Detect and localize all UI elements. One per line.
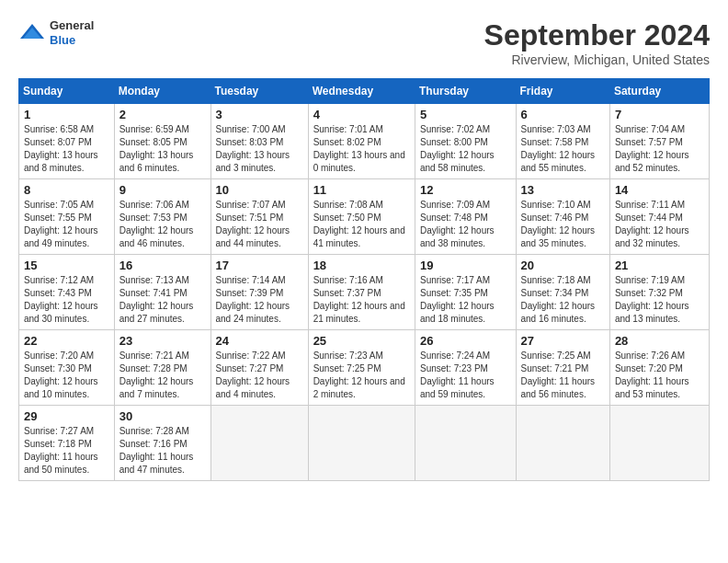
day-info: Sunrise: 6:59 AMSunset: 8:05 PMDaylight:… <box>119 123 206 175</box>
day-number: 14 <box>615 183 704 197</box>
day-info: Sunrise: 7:02 AMSunset: 8:00 PMDaylight:… <box>420 123 511 175</box>
day-number: 6 <box>521 108 605 121</box>
day-info: Sunrise: 7:19 AMSunset: 7:32 PMDaylight:… <box>615 274 704 326</box>
day-number: 9 <box>119 183 206 197</box>
calendar-cell: 17Sunrise: 7:14 AMSunset: 7:39 PMDayligh… <box>210 255 308 330</box>
logo-line2: Blue <box>50 33 94 48</box>
day-number: 11 <box>313 183 410 197</box>
calendar-cell: 2Sunrise: 6:59 AMSunset: 8:05 PMDaylight… <box>114 104 210 179</box>
day-info: Sunrise: 7:07 AMSunset: 7:51 PMDaylight:… <box>216 199 303 250</box>
calendar-cell: 26Sunrise: 7:24 AMSunset: 7:23 PMDayligh… <box>415 330 516 406</box>
calendar-cell: 22Sunrise: 7:20 AMSunset: 7:30 PMDayligh… <box>19 330 115 406</box>
col-header-friday: Friday <box>516 79 609 104</box>
calendar-cell: 23Sunrise: 7:21 AMSunset: 7:28 PMDayligh… <box>114 330 210 406</box>
calendar-cell: 29Sunrise: 7:27 AMSunset: 7:18 PMDayligh… <box>19 406 115 481</box>
calendar-cell: 19Sunrise: 7:17 AMSunset: 7:35 PMDayligh… <box>415 255 516 330</box>
day-number: 30 <box>119 409 206 423</box>
day-number: 18 <box>313 259 410 272</box>
calendar-cell: 6Sunrise: 7:03 AMSunset: 7:58 PMDaylight… <box>516 104 609 179</box>
day-info: Sunrise: 7:27 AMSunset: 7:18 PMDaylight:… <box>24 425 109 477</box>
calendar-cell: 5Sunrise: 7:02 AMSunset: 8:00 PMDaylight… <box>415 104 516 179</box>
calendar-cell: 4Sunrise: 7:01 AMSunset: 8:02 PMDaylight… <box>308 104 415 179</box>
day-number: 8 <box>24 183 109 197</box>
day-number: 23 <box>119 334 206 348</box>
calendar-cell: 1Sunrise: 6:58 AMSunset: 8:07 PMDaylight… <box>19 104 115 179</box>
day-info: Sunrise: 7:10 AMSunset: 7:46 PMDaylight:… <box>521 199 605 250</box>
day-info: Sunrise: 7:05 AMSunset: 7:55 PMDaylight:… <box>24 199 109 250</box>
calendar-cell: 7Sunrise: 7:04 AMSunset: 7:57 PMDaylight… <box>609 104 709 179</box>
calendar-cell <box>609 406 709 481</box>
day-number: 10 <box>216 183 303 197</box>
day-info: Sunrise: 7:24 AMSunset: 7:23 PMDaylight:… <box>420 350 511 401</box>
day-info: Sunrise: 7:17 AMSunset: 7:35 PMDaylight:… <box>420 274 511 326</box>
calendar-cell: 24Sunrise: 7:22 AMSunset: 7:27 PMDayligh… <box>210 330 308 406</box>
day-info: Sunrise: 7:20 AMSunset: 7:30 PMDaylight:… <box>24 350 109 401</box>
day-number: 3 <box>216 108 303 121</box>
calendar-cell: 10Sunrise: 7:07 AMSunset: 7:51 PMDayligh… <box>210 179 308 255</box>
col-header-thursday: Thursday <box>415 79 516 104</box>
day-info: Sunrise: 7:18 AMSunset: 7:34 PMDaylight:… <box>521 274 605 326</box>
calendar-table: SundayMondayTuesdayWednesdayThursdayFrid… <box>18 78 710 481</box>
day-number: 7 <box>615 108 704 121</box>
col-header-saturday: Saturday <box>609 79 709 104</box>
day-number: 1 <box>24 108 109 121</box>
calendar-cell: 30Sunrise: 7:28 AMSunset: 7:16 PMDayligh… <box>114 406 210 481</box>
week-row-5: 29Sunrise: 7:27 AMSunset: 7:18 PMDayligh… <box>19 406 710 481</box>
calendar-cell <box>516 406 609 481</box>
calendar-cell <box>415 406 516 481</box>
day-info: Sunrise: 7:06 AMSunset: 7:53 PMDaylight:… <box>119 199 206 250</box>
col-header-wednesday: Wednesday <box>308 79 415 104</box>
day-number: 28 <box>615 334 704 348</box>
calendar-cell: 3Sunrise: 7:00 AMSunset: 8:03 PMDaylight… <box>210 104 308 179</box>
day-number: 2 <box>119 108 206 121</box>
calendar-cell: 12Sunrise: 7:09 AMSunset: 7:48 PMDayligh… <box>415 179 516 255</box>
day-number: 27 <box>521 334 605 348</box>
day-number: 22 <box>24 334 109 348</box>
day-info: Sunrise: 7:03 AMSunset: 7:58 PMDaylight:… <box>521 123 605 175</box>
day-info: Sunrise: 7:23 AMSunset: 7:25 PMDaylight:… <box>313 350 410 401</box>
day-info: Sunrise: 7:26 AMSunset: 7:20 PMDaylight:… <box>615 350 704 401</box>
calendar-cell: 13Sunrise: 7:10 AMSunset: 7:46 PMDayligh… <box>516 179 609 255</box>
calendar-cell: 25Sunrise: 7:23 AMSunset: 7:25 PMDayligh… <box>308 330 415 406</box>
day-number: 13 <box>521 183 605 197</box>
calendar-cell <box>210 406 308 481</box>
day-number: 16 <box>119 259 206 272</box>
calendar-cell: 11Sunrise: 7:08 AMSunset: 7:50 PMDayligh… <box>308 179 415 255</box>
day-number: 20 <box>521 259 605 272</box>
day-number: 25 <box>313 334 410 348</box>
logo: General Blue <box>18 18 94 47</box>
day-number: 12 <box>420 183 511 197</box>
location-subtitle: Riverview, Michigan, United States <box>484 52 710 67</box>
calendar-header-row: SundayMondayTuesdayWednesdayThursdayFrid… <box>19 79 710 104</box>
day-info: Sunrise: 7:25 AMSunset: 7:21 PMDaylight:… <box>521 350 605 401</box>
day-info: Sunrise: 6:58 AMSunset: 8:07 PMDaylight:… <box>24 123 109 175</box>
calendar-cell: 20Sunrise: 7:18 AMSunset: 7:34 PMDayligh… <box>516 255 609 330</box>
calendar-cell: 28Sunrise: 7:26 AMSunset: 7:20 PMDayligh… <box>609 330 709 406</box>
day-info: Sunrise: 7:11 AMSunset: 7:44 PMDaylight:… <box>615 199 704 250</box>
day-info: Sunrise: 7:13 AMSunset: 7:41 PMDaylight:… <box>119 274 206 326</box>
week-row-3: 15Sunrise: 7:12 AMSunset: 7:43 PMDayligh… <box>19 255 710 330</box>
calendar-cell: 9Sunrise: 7:06 AMSunset: 7:53 PMDaylight… <box>114 179 210 255</box>
calendar-cell: 27Sunrise: 7:25 AMSunset: 7:21 PMDayligh… <box>516 330 609 406</box>
day-number: 4 <box>313 108 410 121</box>
day-number: 5 <box>420 108 511 121</box>
title-section: September 2024 Riverview, Michigan, Unit… <box>484 18 710 67</box>
calendar-cell: 16Sunrise: 7:13 AMSunset: 7:41 PMDayligh… <box>114 255 210 330</box>
calendar-cell: 8Sunrise: 7:05 AMSunset: 7:55 PMDaylight… <box>19 179 115 255</box>
logo-line1: General <box>50 18 94 33</box>
day-number: 29 <box>24 409 109 423</box>
calendar-cell: 15Sunrise: 7:12 AMSunset: 7:43 PMDayligh… <box>19 255 115 330</box>
col-header-sunday: Sunday <box>19 79 115 104</box>
day-number: 19 <box>420 259 511 272</box>
day-info: Sunrise: 7:22 AMSunset: 7:27 PMDaylight:… <box>216 350 303 401</box>
day-info: Sunrise: 7:14 AMSunset: 7:39 PMDaylight:… <box>216 274 303 326</box>
calendar-cell: 18Sunrise: 7:16 AMSunset: 7:37 PMDayligh… <box>308 255 415 330</box>
day-info: Sunrise: 7:16 AMSunset: 7:37 PMDaylight:… <box>313 274 410 326</box>
day-number: 26 <box>420 334 511 348</box>
col-header-tuesday: Tuesday <box>210 79 308 104</box>
day-number: 15 <box>24 259 109 272</box>
day-info: Sunrise: 7:04 AMSunset: 7:57 PMDaylight:… <box>615 123 704 175</box>
day-info: Sunrise: 7:08 AMSunset: 7:50 PMDaylight:… <box>313 199 410 250</box>
week-row-4: 22Sunrise: 7:20 AMSunset: 7:30 PMDayligh… <box>19 330 710 406</box>
day-number: 17 <box>216 259 303 272</box>
